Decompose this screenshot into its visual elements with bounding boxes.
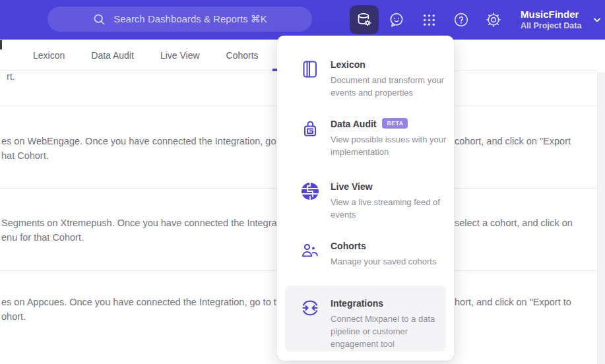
row3-text-line2: ohort.	[1, 311, 276, 322]
live-view-globe-icon	[300, 181, 320, 201]
menu-item-description: Document and transform your events and p…	[331, 74, 446, 99]
menu-item-title: Cohorts	[331, 241, 366, 252]
apps-grid-icon	[421, 12, 437, 28]
settings-gear-icon	[485, 11, 502, 28]
row2-text-right: select a cohort, and click on	[455, 218, 597, 228]
clipped-content-sliver	[0, 40, 2, 49]
data-management-dropdown: Lexicon Document and transform your even…	[277, 36, 454, 361]
apps-grid-button[interactable]	[414, 5, 443, 34]
settings-button[interactable]	[479, 5, 508, 34]
help-icon	[453, 11, 470, 28]
tab-lexicon[interactable]: Lexicon	[33, 50, 65, 61]
row1-text-right: cohort, and click on "Export	[455, 136, 597, 146]
menu-item-lexicon[interactable]: Lexicon Document and transform your even…	[300, 59, 447, 99]
row1-text-line2: hat Cohort.	[1, 150, 276, 161]
search-placeholder: Search Dashboards & Reports ⌘K	[113, 13, 267, 25]
row2-text-left: Segments on Xtremepush. Once you have co…	[1, 218, 276, 228]
cohorts-people-icon	[300, 241, 320, 260]
row1-text-left: es on WebEngage. Once you have connected…	[1, 136, 276, 146]
integrations-sync-icon	[300, 298, 320, 318]
tab-cohorts[interactable]: Cohorts	[226, 50, 259, 61]
tab-live-view[interactable]: Live View	[160, 50, 200, 61]
partial-text-line: rt.	[7, 71, 282, 82]
project-subtitle: All Project Data	[521, 21, 581, 30]
top-nav-bar: Search Dashboards & Reports ⌘K	[0, 0, 605, 40]
data-audit-lock-icon	[300, 119, 320, 138]
search-icon	[92, 13, 106, 26]
row3-text-right: hort, and click on "Export to	[455, 297, 597, 307]
header-actions: MusicFinder All Project Data	[350, 5, 602, 34]
project-switcher[interactable]: MusicFinder All Project Data	[521, 9, 602, 31]
row3-text-left: es on Appcues. Once you have connected t…	[1, 297, 276, 307]
menu-item-description: View a live streaming feed of events	[331, 196, 447, 221]
menu-item-title: Lexicon	[331, 59, 366, 71]
search-input[interactable]: Search Dashboards & Reports ⌘K	[48, 7, 312, 32]
data-management-icon	[356, 11, 373, 28]
menu-item-integrations[interactable]: Integrations Connect Mixpanel to a data …	[300, 298, 447, 351]
menu-item-title: Data Audit	[331, 119, 376, 130]
vertical-scrollbar[interactable]	[597, 73, 605, 364]
lexicon-book-icon	[300, 59, 320, 79]
menu-item-cohorts[interactable]: Cohorts Manage your saved cohorts	[300, 241, 447, 268]
menu-item-live-view[interactable]: Live View View a live streaming feed of …	[300, 181, 447, 221]
feedback-button[interactable]	[382, 5, 411, 34]
help-button[interactable]	[447, 5, 476, 34]
project-name: MusicFinder	[521, 9, 581, 20]
menu-item-data-audit[interactable]: Data Audit BETA View possible issues wit…	[300, 119, 447, 158]
data-management-button[interactable]	[350, 5, 379, 34]
menu-item-description: Connect Mixpanel to a data pipeline or c…	[331, 313, 446, 351]
row2-text-line2: enu for that Cohort.	[1, 232, 276, 243]
feedback-chat-icon	[388, 11, 405, 28]
menu-item-description: View possible issues with your implement…	[331, 133, 447, 158]
tab-data-audit[interactable]: Data Audit	[91, 50, 134, 61]
chevron-down-icon	[592, 15, 602, 25]
menu-item-title: Live View	[331, 181, 373, 193]
menu-item-title: Integrations	[331, 298, 383, 309]
menu-item-description: Manage your saved cohorts	[331, 255, 436, 268]
beta-badge: BETA	[382, 118, 408, 129]
